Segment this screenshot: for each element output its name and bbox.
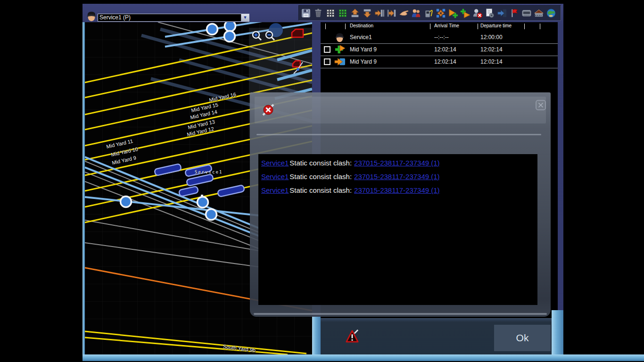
consist-link[interactable]: 237015-238117-237349 (1) <box>354 159 440 167</box>
consist-service-label: Service1 <box>195 170 223 174</box>
flag-marker-button[interactable] <box>509 8 520 19</box>
world-editor-button[interactable] <box>545 8 557 19</box>
remove-driver-icon <box>472 8 483 18</box>
close-icon <box>536 100 546 110</box>
driver-avatar-icon <box>86 10 97 22</box>
cell-departure: 12:02:14 <box>480 43 503 56</box>
drivers-icon <box>411 8 421 18</box>
col-arrival: Arrival Time <box>434 23 459 28</box>
close-button[interactable] <box>536 100 546 110</box>
service-link[interactable]: Service1 <box>261 159 289 167</box>
white-grid-button[interactable] <box>325 8 336 19</box>
expand-view-button[interactable] <box>435 8 446 19</box>
portal-entry-icon <box>497 8 507 18</box>
move-up-icon <box>350 8 360 18</box>
screen: Service1 (P) ▼ <box>0 0 644 362</box>
timetable-row[interactable]: Mid Yard 9 12:02:14 12:02:14 <box>321 43 558 56</box>
shift-right-button[interactable] <box>374 8 385 19</box>
move-down-icon <box>362 8 372 18</box>
map-left-border <box>83 22 85 354</box>
fuel-point-icon <box>423 8 434 18</box>
error-line: Service1Static consist clash:237015-2381… <box>261 159 537 173</box>
zoom-in-icon <box>251 30 263 41</box>
timetable-row[interactable]: Mid Yard 9 12:02:14 12:02:14 <box>321 56 558 68</box>
shift-into-icon <box>387 8 397 18</box>
warning-icon <box>346 329 359 345</box>
error-dialog: Service1Static consist clash:237015-2381… <box>250 92 551 317</box>
cell-destination: Service1 <box>350 31 372 43</box>
service-link[interactable]: Service1 <box>261 173 289 181</box>
remove-driver-button[interactable] <box>472 8 483 19</box>
consist-view-icon <box>290 27 305 40</box>
delete-button[interactable] <box>313 8 324 19</box>
service-dropdown[interactable]: Service1 (P) ▼ <box>98 14 249 22</box>
depot-icon <box>534 8 544 18</box>
cell-arrival: 12:02:14 <box>434 56 456 68</box>
save-icon <box>301 8 311 18</box>
error-line: Service1Static consist clash:237015-2381… <box>261 173 537 186</box>
trash-icon <box>313 8 323 18</box>
dialog-bottom-edge <box>254 313 547 315</box>
panel-right-border <box>552 310 563 354</box>
consist-view-button[interactable] <box>290 27 305 41</box>
shift-into-button[interactable] <box>386 8 397 19</box>
dialog-separator <box>256 134 541 135</box>
move-up-button[interactable] <box>349 8 361 19</box>
error-message: Static consist clash: <box>289 159 352 167</box>
row-checkbox[interactable] <box>324 58 330 65</box>
service-link[interactable]: Service1 <box>261 186 289 194</box>
consist-compass-button[interactable] <box>291 59 306 79</box>
add-service-icon <box>334 44 346 56</box>
cell-departure: 12:02:14 <box>480 56 503 68</box>
service-properties-button[interactable] <box>484 8 495 19</box>
control-panel-icon <box>521 8 532 18</box>
white-grid-icon <box>325 8 336 18</box>
error-signal-icon <box>261 103 275 119</box>
service-properties-icon <box>485 8 495 18</box>
error-message: Static consist clash: <box>289 186 352 194</box>
save-button[interactable] <box>300 8 312 19</box>
cell-destination: Mid Yard 9 <box>350 56 377 68</box>
cell-arrival: --:--:-- <box>434 31 449 43</box>
flag-marker-icon <box>509 8 520 18</box>
consist-compass-icon <box>291 59 306 77</box>
consist-link[interactable]: 237015-238117-237349 (1) <box>354 173 440 181</box>
timetable-row[interactable]: Service1 --:--:-- 12:00:00 <box>321 31 558 43</box>
col-departure: Departure time <box>480 23 512 28</box>
portal-entry-button[interactable] <box>496 8 508 19</box>
fuel-point-button[interactable] <box>423 8 434 19</box>
ok-button[interactable]: Ok <box>494 325 551 351</box>
toolbar <box>298 5 561 21</box>
shift-right-icon <box>374 8 385 18</box>
drivers-button[interactable] <box>411 8 422 19</box>
dialog-footer: Ok <box>321 318 558 354</box>
bottom-border <box>83 354 644 361</box>
cell-departure: 12:00:00 <box>480 31 503 43</box>
footer-left-border <box>312 317 321 354</box>
service-dropdown-value: Service1 (P) <box>99 14 131 21</box>
depot-button[interactable] <box>533 8 545 19</box>
add-service-button[interactable] <box>447 8 459 19</box>
world-editor-icon <box>546 8 556 18</box>
portal-service-icon <box>334 57 346 68</box>
pick-hand-button[interactable] <box>398 8 410 19</box>
col-destination: Destination <box>350 23 373 28</box>
move-down-button[interactable] <box>362 8 373 19</box>
add-portal-service-button[interactable] <box>460 8 471 19</box>
zoom-in-button[interactable] <box>251 30 263 41</box>
dropdown-arrow-icon[interactable]: ▼ <box>241 14 249 21</box>
cell-arrival: 12:02:14 <box>434 43 456 56</box>
pick-hand-icon <box>399 8 409 18</box>
add-service-icon <box>448 8 458 18</box>
dialog-header <box>255 97 546 123</box>
driver-avatar-icon <box>335 32 345 44</box>
control-panel-button[interactable] <box>521 8 532 19</box>
consist-link[interactable]: 237015-238117-237349 (1) <box>354 186 440 194</box>
zoom-out-icon <box>264 30 276 41</box>
cell-destination: Mid Yard 9 <box>350 43 377 56</box>
error-list: Service1Static consist clash:237015-2381… <box>258 154 537 305</box>
zoom-out-button[interactable] <box>264 30 276 41</box>
error-line: Service1Static consist clash:237015-2381… <box>261 186 537 200</box>
row-checkbox[interactable] <box>324 46 330 53</box>
green-grid-button[interactable] <box>337 8 348 19</box>
